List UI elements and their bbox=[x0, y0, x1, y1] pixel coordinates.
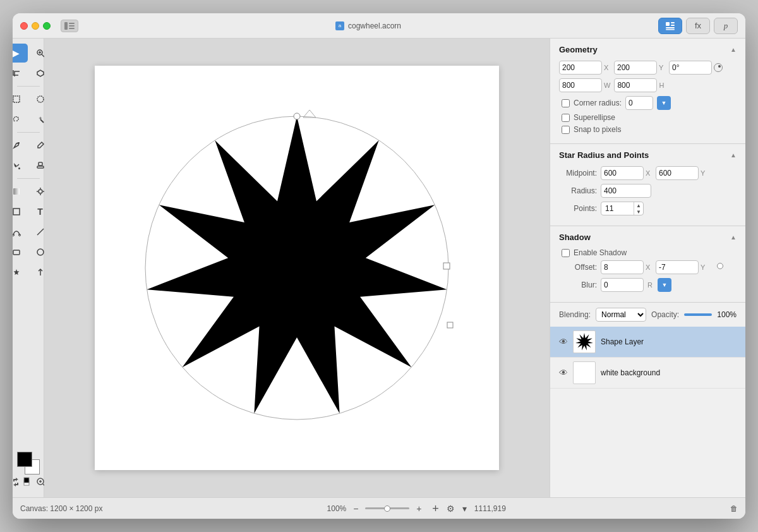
rotation-indicator bbox=[714, 63, 723, 72]
points-row: Points: 11 ▲ ▼ bbox=[559, 202, 737, 215]
height-input[interactable] bbox=[614, 78, 657, 92]
bezier-tool[interactable] bbox=[13, 222, 28, 241]
layer-visibility-bg[interactable]: 👁 bbox=[559, 368, 568, 378]
right-panel: Geometry ▲ X Y bbox=[550, 39, 745, 497]
star-radius-collapse[interactable]: ▲ bbox=[730, 152, 737, 159]
y-input[interactable] bbox=[614, 61, 657, 75]
x-input[interactable] bbox=[559, 61, 602, 75]
settings-button[interactable]: ⚙ bbox=[447, 504, 455, 514]
snap-to-pixels-checkbox[interactable] bbox=[562, 126, 570, 134]
width-input[interactable] bbox=[559, 78, 602, 92]
add-button[interactable]: + bbox=[432, 503, 439, 514]
shadow-offset-y[interactable] bbox=[656, 260, 699, 274]
blending-mode-select[interactable]: Normal Multiply Screen Overlay bbox=[596, 308, 646, 322]
color-tools-row bbox=[13, 477, 46, 487]
default-colors-icon[interactable] bbox=[23, 477, 33, 487]
fx-label: fx bbox=[695, 21, 701, 30]
fg-bg-color-selector[interactable] bbox=[17, 452, 40, 475]
snap-row: Snap to pixels bbox=[559, 125, 737, 134]
shadow-header: Shadow ▲ bbox=[559, 233, 737, 242]
paint-bucket-tool[interactable] bbox=[13, 156, 28, 175]
points-increment[interactable]: ▲ bbox=[634, 202, 643, 209]
blur-input[interactable] bbox=[601, 278, 644, 292]
zoom-out-button[interactable]: − bbox=[350, 503, 361, 514]
window-title: cogwheel.acorn bbox=[348, 21, 401, 30]
geometry-section: Geometry ▲ X Y bbox=[550, 39, 745, 144]
h-input-group: H bbox=[614, 78, 665, 92]
midpoint-x-group: X bbox=[601, 166, 652, 180]
zoom-controls: 100% − + bbox=[327, 503, 425, 514]
midpoint-x-input[interactable] bbox=[601, 166, 644, 180]
midpoint-y-label: Y bbox=[701, 169, 707, 177]
foreground-color-swatch[interactable] bbox=[17, 452, 32, 467]
svg-rect-3 bbox=[69, 28, 75, 29]
close-button[interactable] bbox=[20, 22, 28, 30]
layer-name-bg: white background bbox=[601, 368, 660, 377]
shadow-collapse[interactable]: ▲ bbox=[730, 234, 737, 241]
corner-radius-checkbox[interactable] bbox=[562, 99, 570, 107]
app-window: a cogwheel.acorn fx p bbox=[13, 13, 745, 519]
geometry-collapse[interactable]: ▲ bbox=[730, 46, 737, 53]
points-label: Points: bbox=[559, 204, 597, 213]
shadow-offset-row: Offset: X Y bbox=[559, 260, 737, 274]
x-input-group: X bbox=[559, 61, 610, 75]
effects-panel-button[interactable]: fx bbox=[686, 18, 710, 34]
corner-radius-dropdown[interactable]: ▼ bbox=[657, 96, 671, 110]
main-content: ▶ bbox=[13, 39, 745, 497]
superellipse-label: Superellipse bbox=[574, 113, 615, 122]
superellipse-checkbox[interactable] bbox=[562, 114, 570, 122]
rotation-input[interactable] bbox=[669, 61, 712, 75]
minimize-button[interactable] bbox=[32, 22, 39, 30]
layer-item-background[interactable]: 👁 white background bbox=[550, 358, 745, 389]
shadow-offset-x[interactable] bbox=[601, 260, 644, 274]
offset-y-label: Y bbox=[701, 263, 707, 271]
tool-divider-3 bbox=[17, 178, 40, 179]
svg-marker-41 bbox=[147, 116, 447, 413]
opacity-value: 100% bbox=[717, 310, 737, 319]
corner-radius-input[interactable] bbox=[625, 96, 653, 110]
svg-point-14 bbox=[37, 96, 44, 102]
canvas-container: // Draw 11-pointed star (function() { co… bbox=[95, 66, 499, 470]
gradient-tool[interactable] bbox=[13, 182, 28, 201]
svg-rect-18 bbox=[39, 162, 42, 166]
canvas-info: Canvas: 1200 × 1200 px bbox=[20, 504, 102, 513]
layer-name-shape: Shape Layer bbox=[601, 337, 644, 346]
svg-line-30 bbox=[37, 229, 44, 235]
midpoint-label: Midpoint: bbox=[559, 169, 597, 178]
layer-thumbnail-bg bbox=[573, 361, 596, 384]
pen-tool[interactable] bbox=[13, 136, 28, 155]
canvas-area[interactable]: // Draw 11-pointed star (function() { co… bbox=[44, 39, 550, 497]
text-panel-button[interactable]: p bbox=[714, 18, 738, 34]
layer-visibility-shape[interactable]: 👁 bbox=[559, 337, 568, 347]
zoom-slider[interactable] bbox=[365, 507, 409, 509]
blending-row: Blending: Normal Multiply Screen Overlay… bbox=[550, 303, 745, 327]
ellipse-shape-tool[interactable] bbox=[13, 243, 28, 262]
tool-divider-1 bbox=[17, 86, 40, 87]
radius-input[interactable] bbox=[601, 184, 651, 198]
star-tool[interactable] bbox=[13, 263, 28, 282]
sidebar-toggle-button[interactable] bbox=[61, 20, 78, 32]
lasso-tool[interactable] bbox=[13, 110, 28, 129]
midpoint-y-input[interactable] bbox=[656, 166, 699, 180]
maximize-button[interactable] bbox=[43, 22, 51, 30]
points-decrement[interactable]: ▼ bbox=[634, 209, 643, 215]
select-tool[interactable]: ▶ bbox=[13, 44, 28, 63]
enable-shadow-checkbox[interactable] bbox=[562, 249, 570, 257]
more-settings[interactable]: ▾ bbox=[462, 504, 467, 514]
svg-rect-21 bbox=[13, 188, 20, 195]
opacity-slider[interactable] bbox=[684, 313, 712, 316]
offset-y-group: Y bbox=[656, 260, 707, 274]
offset-label: Offset: bbox=[559, 263, 597, 272]
crop-tool[interactable] bbox=[13, 64, 28, 83]
rect-select-tool[interactable] bbox=[13, 90, 28, 109]
layer-item-shape[interactable]: 👁 Shape Layer bbox=[550, 327, 745, 358]
swap-colors-icon[interactable] bbox=[13, 477, 21, 487]
blur-dropdown[interactable]: ▼ bbox=[658, 278, 671, 292]
zoom-in-button[interactable]: + bbox=[413, 503, 424, 514]
tools-panel-button[interactable] bbox=[658, 18, 682, 34]
rect-shape-tool[interactable] bbox=[13, 202, 28, 221]
points-value: 11 bbox=[601, 204, 634, 213]
trash-button[interactable]: 🗑 bbox=[730, 504, 738, 513]
offset-x-group: X bbox=[601, 260, 652, 274]
geometry-row-2: W H bbox=[559, 78, 737, 92]
